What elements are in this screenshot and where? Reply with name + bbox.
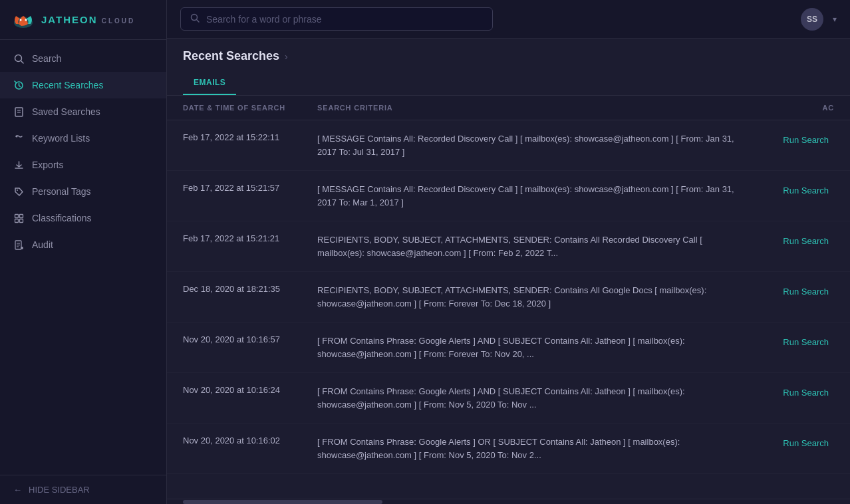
classifications-nav-icon [13,213,24,223]
results-table: DATE & TIME OF SEARCH SEARCH CRITERIA AC… [167,96,850,474]
results-table-container: DATE & TIME OF SEARCH SEARCH CRITERIA AC… [167,96,850,499]
table-row: Nov 20, 2020 at 10:16:57[ FROM Contains … [167,322,850,373]
cell-datetime: Feb 17, 2022 at 15:21:21 [167,221,301,272]
search-nav-icon [13,53,24,64]
page-header: Recent Searches › [167,39,850,71]
svg-point-9 [15,135,17,137]
cell-datetime: Feb 17, 2022 at 15:21:57 [167,171,301,221]
cell-datetime: Nov 20, 2020 at 10:16:24 [167,373,301,424]
cell-criteria: [ FROM Contains Phrase: Google Alerts ] … [301,424,762,474]
personal-tags-nav-icon [13,186,24,197]
sidebar-item-search-label: Search [32,53,61,64]
cell-action: Run Search [762,272,850,322]
exports-nav-icon [13,160,24,170]
svg-point-19 [21,247,23,249]
table-row: Feb 17, 2022 at 15:21:21RECIPIENTS, BODY… [167,221,850,272]
col-header-datetime: DATE & TIME OF SEARCH [167,96,301,120]
svg-rect-13 [15,219,18,222]
recent-searches-nav-icon [13,80,24,90]
cell-action: Run Search [762,424,850,474]
logo-text: JATHEON CLOUD [41,14,135,25]
svg-point-10 [17,189,18,191]
sidebar-item-audit-label: Audit [32,239,53,250]
scrollbar-thumb[interactable] [183,500,382,504]
page-title: Recent Searches [183,49,279,63]
sidebar-item-personal-tags-label: Personal Tags [32,186,90,197]
sidebar-item-classifications[interactable]: Classifications [0,205,166,231]
run-search-button[interactable]: Run Search [778,385,834,400]
table-row: Feb 17, 2022 at 15:21:57[ MESSAGE Contai… [167,171,850,221]
keyword-lists-nav-icon [13,133,24,144]
run-search-button[interactable]: Run Search [778,334,834,350]
table-row: Nov 20, 2020 at 10:16:24[ FROM Contains … [167,373,850,424]
table-row: Nov 20, 2020 at 10:16:02[ FROM Contains … [167,424,850,474]
cell-criteria: [ MESSAGE Contains All: Recorded Discove… [301,171,762,221]
col-header-criteria: SEARCH CRITERIA [301,96,762,120]
cell-datetime: Dec 18, 2020 at 18:21:35 [167,272,301,322]
sidebar-item-recent-searches[interactable]: Recent Searches [0,72,166,98]
table-row: Dec 18, 2020 at 18:21:35RECIPIENTS, BODY… [167,272,850,322]
cell-criteria: [ FROM Contains Phrase: Google Alerts ] … [301,373,762,424]
page-title-chevron-icon: › [285,51,288,62]
svg-line-4 [21,61,23,63]
sidebar-item-exports-label: Exports [32,160,63,170]
user-avatar[interactable]: SS [801,8,823,31]
cell-action: Run Search [762,221,850,272]
saved-searches-nav-icon [13,106,24,117]
sidebar-item-search[interactable]: Search [0,45,166,72]
sidebar-item-classifications-label: Classifications [32,213,91,223]
cell-action: Run Search [762,373,850,424]
avatar-chevron-icon[interactable]: ▾ [833,15,837,24]
table-row: Feb 17, 2022 at 15:22:11[ MESSAGE Contai… [167,120,850,171]
audit-nav-icon [13,239,24,250]
cell-datetime: Nov 20, 2020 at 10:16:57 [167,322,301,373]
logo-icon [11,11,36,29]
sidebar-item-exports[interactable]: Exports [0,152,166,178]
cell-criteria: [ MESSAGE Contains All: Recorded Discove… [301,120,762,171]
sidebar-item-keyword-lists[interactable]: Keyword Lists [0,125,166,152]
run-search-button[interactable]: Run Search [778,284,834,299]
hide-sidebar-button[interactable]: ← HIDE SIDEBAR [0,475,166,504]
run-search-button[interactable]: Run Search [778,183,834,198]
cell-action: Run Search [762,322,850,373]
col-header-actions: AC [762,96,850,120]
run-search-button[interactable]: Run Search [778,436,834,451]
cell-action: Run Search [762,171,850,221]
horizontal-scrollbar[interactable] [167,499,850,504]
cell-datetime: Nov 20, 2020 at 10:16:02 [167,424,301,474]
cell-action: Run Search [762,120,850,171]
topbar: SS ▾ [167,0,850,39]
cell-criteria: [ FROM Contains Phrase: Google Alerts ] … [301,322,762,373]
sidebar-nav: Search Recent Searches Saved Searches Ke… [0,40,166,475]
svg-point-2 [25,19,27,21]
sidebar-item-saved-searches[interactable]: Saved Searches [0,98,166,125]
sidebar: JATHEON CLOUD Search Recent Searches Sav… [0,0,167,504]
sidebar-item-audit[interactable]: Audit [0,231,166,258]
sidebar-item-saved-searches-label: Saved Searches [32,106,100,117]
cell-datetime: Feb 17, 2022 at 15:22:11 [167,120,301,171]
hide-sidebar-label: HIDE SIDEBAR [29,485,90,495]
svg-rect-11 [15,214,18,217]
cell-criteria: RECIPIENTS, BODY, SUBJECT, ATTACHMENTS, … [301,221,762,272]
search-icon [190,13,200,25]
tab-emails[interactable]: EMAILS [183,71,236,95]
main-content: SS ▾ Recent Searches › EMAILS DATE & TIM… [167,0,850,504]
svg-line-21 [197,20,200,23]
sidebar-item-keyword-lists-label: Keyword Lists [32,133,90,144]
sidebar-item-personal-tags[interactable]: Personal Tags [0,178,166,205]
run-search-button[interactable]: Run Search [778,132,834,148]
sidebar-item-recent-searches-label: Recent Searches [32,80,103,90]
cell-criteria: RECIPIENTS, BODY, SUBJECT, ATTACHMENTS, … [301,272,762,322]
svg-rect-12 [19,214,23,217]
tabs-bar: EMAILS [167,71,850,96]
svg-rect-14 [19,219,23,222]
hide-sidebar-icon: ← [13,485,22,495]
logo: JATHEON CLOUD [0,0,166,40]
search-input[interactable] [206,14,483,25]
svg-point-1 [20,19,22,21]
search-box[interactable] [180,7,493,31]
run-search-button[interactable]: Run Search [778,233,834,249]
